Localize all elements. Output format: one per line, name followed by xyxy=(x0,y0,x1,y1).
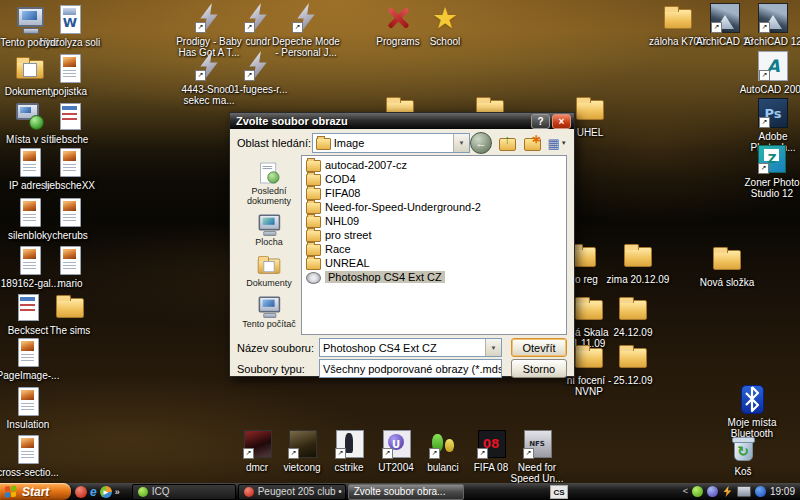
desktop-icon-pojistka[interactable]: pojistka xyxy=(35,52,105,97)
file-item[interactable]: pro street xyxy=(302,228,566,242)
task-button[interactable]: ICQ xyxy=(132,484,236,500)
desktop-icon-241209[interactable]: 24.12.09 xyxy=(598,293,668,338)
file-item[interactable]: FIFA08 xyxy=(302,186,566,200)
windows-logo-icon xyxy=(5,485,18,498)
recycle-icon: ↻ xyxy=(727,432,759,464)
folder-icon xyxy=(306,244,321,256)
desktop-icon-label: liebscheXX xyxy=(35,180,105,191)
place-label: Plocha xyxy=(238,237,300,247)
place-computer[interactable]: Tento počítač xyxy=(238,291,300,332)
desktop-icon-label: School xyxy=(410,36,480,47)
file-item[interactable]: autocad-2007-cz xyxy=(302,158,566,172)
place-label: Tento počítač xyxy=(238,319,300,329)
desktop-icon-zoner-photo-studio[interactable]: Z↗Zoner Photo Studio 12 xyxy=(737,143,800,199)
desktop-icon-label: ArchiCAD 12 xyxy=(738,36,800,47)
desktop-icon-hydrolyza-soli[interactable]: Whydrolyza soli xyxy=(35,3,105,48)
tray-chev-icon[interactable]: < xyxy=(683,486,688,497)
desktop-icon-kos[interactable]: ↻Koš xyxy=(708,432,778,477)
desktop-icon-label: 25.12.09 xyxy=(598,375,668,386)
folder-icon xyxy=(316,138,331,150)
start-button[interactable]: Start xyxy=(0,483,71,500)
desktop-icon-zima-201209[interactable]: zima 20.12.09 xyxy=(603,240,673,285)
dropdown-arrow-icon[interactable]: ▼ xyxy=(453,134,469,152)
file-item[interactable]: COD4 xyxy=(302,172,566,186)
quick-launch-overflow-icon[interactable]: » xyxy=(115,487,120,497)
system-tray: < 19:09 xyxy=(683,486,800,497)
desktop-icon-label: mario xyxy=(35,278,105,289)
file-item[interactable]: Race xyxy=(302,242,566,256)
dialog-toolbar: ← ↑ ∗ ▦▼ xyxy=(470,132,567,154)
opera-icon[interactable] xyxy=(75,486,87,498)
desktop-icon-01-fugees[interactable]: ↗01-fugees-r... xyxy=(223,50,293,95)
desktop-icon-autocad-2007[interactable]: A↗AutoCAD 2007 xyxy=(738,50,800,95)
internet-explorer-icon[interactable]: e xyxy=(90,486,97,498)
docimg-icon xyxy=(54,146,86,178)
place-network[interactable]: Místa v síti xyxy=(238,332,300,335)
task-button[interactable]: Peugeot 205 club • O... xyxy=(238,484,346,500)
file-item[interactable]: UNREAL xyxy=(302,256,566,270)
quick-launch-bar: e ▶ » xyxy=(71,486,124,498)
tray-mon-icon[interactable] xyxy=(737,486,751,497)
views-icon[interactable]: ▦▼ xyxy=(547,133,567,153)
help-icon[interactable]: ? xyxy=(531,114,550,129)
docimg-icon xyxy=(54,244,86,276)
desktop-icon-label: Nová složka xyxy=(692,277,762,288)
desktop-icon-pageimage[interactable]: PageImage-... xyxy=(0,336,63,381)
desktop-icon-archicad-12[interactable]: ↗ArchiCAD 12 xyxy=(738,2,800,47)
dialog-titlebar[interactable]: Zvolte soubor obrazu ? × xyxy=(230,113,574,129)
tray-icq-icon[interactable] xyxy=(692,486,703,497)
place-plocha[interactable]: Plocha xyxy=(238,209,300,250)
tray-opera-icon[interactable] xyxy=(707,486,718,497)
file-item-label: pro street xyxy=(325,229,371,241)
folder-icon xyxy=(306,160,321,172)
desktop-icon-251209[interactable]: 25.12.09 xyxy=(598,341,668,386)
new-folder-icon[interactable]: ∗ xyxy=(522,133,542,153)
desktop-icon-label: zima 20.12.09 xyxy=(603,274,673,285)
desktop-icon-moje-mista-bluetooth[interactable]: Moje místa Bluetooth xyxy=(717,383,787,439)
desktop-icon-cross-sectio[interactable]: cross-sectio... xyxy=(0,433,63,478)
tray-bolt-icon[interactable] xyxy=(722,486,733,497)
winamp-icon: ↗ xyxy=(193,50,225,82)
place-mydocs[interactable]: Dokumenty xyxy=(238,250,300,291)
desktop-icon-mario[interactable]: mario xyxy=(35,244,105,289)
open-button[interactable]: Otevřít xyxy=(511,338,567,357)
desktop-icon-insulation[interactable]: Insulation xyxy=(0,385,63,430)
docimg-icon xyxy=(12,433,44,465)
cancel-button[interactable]: Storno xyxy=(511,359,567,378)
up-folder-icon[interactable]: ↑ xyxy=(497,133,517,153)
file-list[interactable]: autocad-2007-czCOD4FIFA08Need-for-Speed-… xyxy=(301,155,567,335)
file-item[interactable]: NHL09 xyxy=(302,214,566,228)
file-name-combobox[interactable]: Photoshop CS4 Ext CZ ▼ xyxy=(319,338,502,357)
desktop-icon-label: liebsche xyxy=(35,134,105,145)
look-in-combobox[interactable]: Image ▼ xyxy=(312,133,470,153)
file-type-combobox[interactable]: Všechny podporované obrazy (*.mds;*.b5t;… xyxy=(319,359,502,378)
place-recent[interactable]: Poslední dokumenty xyxy=(238,158,300,209)
star-icon: ★ xyxy=(429,2,461,34)
place-label: Poslední dokumenty xyxy=(238,186,300,206)
desktop-icon-the-sims[interactable]: The sims xyxy=(35,291,105,336)
desktop-icon-nova-slozka[interactable]: Nová složka xyxy=(692,243,762,288)
file-item-label: Need-for-Speed-Underground-2 xyxy=(325,201,481,213)
plocha-icon xyxy=(256,211,282,237)
media-player-icon[interactable]: ▶ xyxy=(100,486,112,498)
desktop-icon-cherubs[interactable]: cherubs xyxy=(35,196,105,241)
desktop-icon-label: cherubs xyxy=(35,230,105,241)
back-icon[interactable]: ← xyxy=(470,132,492,154)
desktop-icon-need-for-speed[interactable]: NFS↗Need for Speed Un... xyxy=(502,428,572,484)
tray-bt-icon[interactable] xyxy=(755,486,766,497)
desktop-icon-label: cross-sectio... xyxy=(0,467,63,478)
task-button[interactable]: Zvolte soubor obra... xyxy=(348,484,464,500)
close-icon[interactable]: × xyxy=(552,114,571,129)
file-item-label: autocad-2007-cz xyxy=(325,159,407,171)
desktop-icon-school[interactable]: ★School xyxy=(410,2,480,47)
folder-icon xyxy=(306,174,321,186)
folder-icon xyxy=(711,243,743,275)
desktop-icon-liebschexx[interactable]: liebscheXX xyxy=(35,146,105,191)
language-indicator[interactable]: CS xyxy=(550,485,568,499)
dropdown-arrow-icon[interactable]: ▼ xyxy=(485,339,501,356)
mydocs-icon xyxy=(256,252,282,278)
task-label: Zvolte soubor obra... xyxy=(354,486,446,497)
file-item[interactable]: Need-for-Speed-Underground-2 xyxy=(302,200,566,214)
file-item-selected[interactable]: Photoshop CS4 Ext CZ xyxy=(302,270,566,284)
desktop-icon-liebsche[interactable]: liebsche xyxy=(35,100,105,145)
